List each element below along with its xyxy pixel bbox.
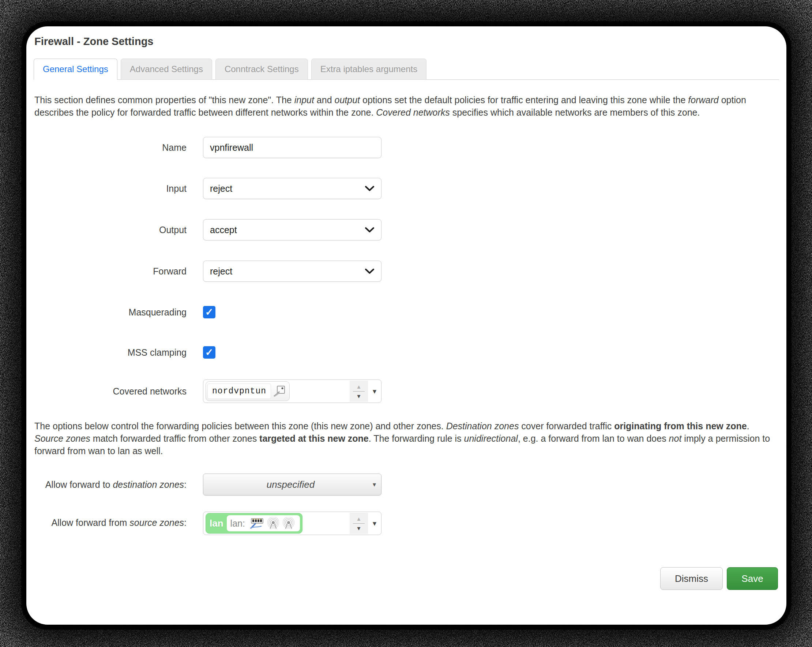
spinner-up-icon[interactable]: ▲ bbox=[356, 384, 362, 389]
input-policy-value: reject bbox=[210, 184, 232, 194]
form-row-input: Input reject bbox=[34, 178, 779, 199]
forwarding-text: Destination zones bbox=[446, 421, 519, 431]
output-policy-select[interactable]: accept bbox=[203, 219, 382, 240]
form-row-forward-from: Allow forward from source zones: lan lan… bbox=[34, 512, 779, 535]
tab-bar: General Settings Advanced Settings Connt… bbox=[34, 58, 779, 80]
forwarding-text: unidirectional bbox=[464, 433, 518, 444]
zone-token-detail: lan: bbox=[227, 515, 300, 531]
intro-text: specifies which available networks are m… bbox=[450, 107, 700, 118]
dropdown-arrow-icon: ▾ bbox=[373, 480, 376, 488]
forwarding-text: targeted at this new zone bbox=[259, 433, 369, 444]
tab-general-settings[interactable]: General Settings bbox=[34, 58, 118, 80]
check-icon: ✓ bbox=[205, 347, 214, 358]
mss-clamping-checkbox[interactable]: ✓ bbox=[203, 346, 215, 359]
spinner-down-icon[interactable]: ▼ bbox=[356, 526, 362, 531]
forwarding-text: originating from this new zone bbox=[614, 421, 747, 431]
forwarding-text: The options below control the forwarding… bbox=[34, 421, 446, 431]
forwarding-text: , e.g. a forward from lan to wan does bbox=[518, 433, 669, 444]
forward-to-label: Allow forward to destination zones: bbox=[34, 474, 203, 492]
zone-token-lan[interactable]: lan lan: bbox=[206, 513, 302, 534]
forward-to-dropdown[interactable]: unspecified ▾ bbox=[203, 474, 382, 496]
input-policy-select[interactable]: reject bbox=[203, 178, 382, 199]
name-label: Name bbox=[34, 140, 203, 155]
zone-detail-label: lan: bbox=[230, 518, 245, 529]
ethernet-switch-icon bbox=[250, 517, 264, 529]
intro-text: output bbox=[335, 95, 360, 105]
spinner-up-icon[interactable]: ▲ bbox=[356, 516, 362, 522]
forwarding-text: . The forwarding rule is bbox=[369, 433, 464, 444]
form-row-mss-clamping: MSS clamping ✓ bbox=[34, 345, 779, 360]
masquerading-checkbox[interactable]: ✓ bbox=[203, 306, 215, 318]
page-title: Firewall - Zone Settings bbox=[34, 35, 779, 47]
form-row-masquerading: Masquerading ✓ bbox=[34, 305, 779, 320]
forward-policy-select[interactable]: reject bbox=[203, 260, 382, 282]
tab-conntrack-settings[interactable]: Conntrack Settings bbox=[215, 58, 308, 80]
tab-advanced-settings[interactable]: Advanced Settings bbox=[121, 58, 212, 80]
forward-from-label-text: Allow forward from bbox=[51, 517, 130, 528]
form-row-output: Output accept bbox=[34, 219, 779, 240]
masquerading-label: Masquerading bbox=[34, 305, 203, 320]
covered-networks-combobox: nordvpntun ▲ ▼ ▾ bbox=[203, 379, 382, 403]
save-button[interactable]: Save bbox=[727, 567, 778, 590]
forward-from-tokens: lan lan: bbox=[203, 512, 350, 535]
forward-policy-value: reject bbox=[210, 266, 232, 277]
form-row-forward-to: Allow forward to destination zones: unsp… bbox=[34, 474, 779, 496]
forward-to-label-italic: destination zones bbox=[113, 479, 184, 489]
zone-name-input[interactable] bbox=[203, 137, 382, 158]
forwarding-text: cover forwarded traffic bbox=[519, 421, 614, 431]
chevron-down-icon bbox=[365, 268, 374, 274]
zone-settings-dialog: Firewall - Zone Settings General Setting… bbox=[26, 26, 786, 625]
network-token-text: nordvpntun bbox=[208, 384, 271, 399]
input-policy-label: Input bbox=[34, 181, 203, 196]
intro-text: options set the default policies for tra… bbox=[360, 95, 688, 105]
forward-from-label-suffix: : bbox=[184, 517, 186, 528]
check-icon: ✓ bbox=[205, 306, 214, 318]
intro-text: input bbox=[295, 95, 314, 105]
forward-to-label-text: Allow forward to bbox=[45, 479, 113, 489]
wireless-radio-icon bbox=[282, 517, 295, 529]
forward-from-spinner: ▲ ▼ bbox=[350, 513, 368, 534]
zone-token-name: lan bbox=[209, 518, 223, 529]
mss-clamping-label: MSS clamping bbox=[34, 345, 203, 360]
network-token-nordvpntun[interactable]: nordvpntun bbox=[206, 381, 290, 401]
forwarding-text: match forwarded traffic from other zones bbox=[90, 433, 259, 444]
forwarding-text: not bbox=[669, 433, 682, 444]
forwarding-form: Allow forward to destination zones: unsp… bbox=[34, 474, 779, 535]
spinner-divider bbox=[353, 523, 365, 524]
forward-from-label: Allow forward from source zones: bbox=[34, 512, 203, 530]
output-policy-label: Output bbox=[34, 222, 203, 237]
spinner-divider bbox=[353, 391, 365, 392]
forward-from-dropdown-icon[interactable]: ▾ bbox=[368, 512, 381, 535]
spinner-down-icon[interactable]: ▼ bbox=[356, 393, 362, 399]
chevron-down-icon bbox=[365, 227, 374, 233]
dismiss-button[interactable]: Dismiss bbox=[660, 567, 723, 590]
forward-from-combobox: lan lan: bbox=[203, 512, 382, 535]
form-row-covered-networks: Covered networks nordvpntun ▲ bbox=[34, 379, 779, 403]
section-description: This section defines common properties o… bbox=[34, 94, 779, 119]
wireless-radio-icon bbox=[267, 517, 279, 529]
output-policy-value: accept bbox=[210, 225, 237, 235]
tunnel-interface-icon bbox=[273, 385, 285, 398]
forwarding-description: The options below control the forwarding… bbox=[34, 420, 779, 457]
forward-to-value: unspecified bbox=[209, 479, 373, 490]
forward-policy-label: Forward bbox=[34, 264, 203, 278]
intro-text: forward bbox=[688, 95, 718, 105]
form-row-name: Name bbox=[34, 137, 779, 158]
intro-text: and bbox=[314, 95, 335, 105]
covered-networks-label: Covered networks bbox=[34, 384, 203, 399]
intro-text: Covered networks bbox=[376, 107, 450, 118]
intro-text: This section defines common properties o… bbox=[34, 95, 295, 105]
chevron-down-icon bbox=[365, 185, 374, 191]
zone-settings-form: Name Input reject Output accept Forward … bbox=[34, 137, 779, 403]
forward-from-label-italic: source zones bbox=[130, 517, 184, 528]
tab-extra-iptables-arguments[interactable]: Extra iptables arguments bbox=[311, 58, 426, 80]
forward-to-label-suffix: : bbox=[184, 479, 186, 489]
forwarding-text: Source zones bbox=[34, 433, 90, 444]
covered-networks-dropdown-icon[interactable]: ▾ bbox=[368, 380, 381, 402]
covered-networks-spinner: ▲ ▼ bbox=[350, 381, 368, 402]
dialog-footer: Dismiss Save bbox=[34, 567, 779, 590]
covered-networks-tokens: nordvpntun bbox=[203, 380, 350, 402]
form-row-forward: Forward reject bbox=[34, 260, 779, 282]
forwarding-text: . bbox=[747, 421, 749, 431]
